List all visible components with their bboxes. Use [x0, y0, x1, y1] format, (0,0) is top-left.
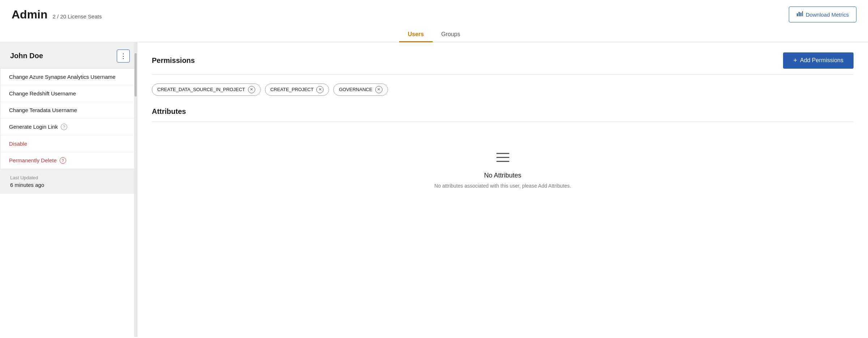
- last-updated-label: Last Updated: [10, 175, 127, 180]
- kebab-icon: ⋮: [120, 52, 127, 60]
- permissions-divider: [152, 74, 854, 75]
- permissions-section-header: Permissions + Add Permissions: [152, 52, 854, 69]
- sidebar-header: John Doe ⋮: [0, 42, 137, 68]
- bar-chart-icon: [796, 10, 803, 18]
- menu-item-disable[interactable]: Disable: [0, 136, 137, 152]
- content-area: Permissions + Add Permissions CREATE_DAT…: [137, 42, 868, 337]
- menu-item-generate-login[interactable]: Generate Login Link ?: [0, 119, 137, 136]
- header-left: Admin 2 / 20 License Seats: [12, 8, 102, 21]
- tab-users[interactable]: Users: [399, 27, 432, 42]
- help-icon: ?: [61, 124, 67, 130]
- kebab-menu-button[interactable]: ⋮: [117, 50, 130, 63]
- attributes-divider: [152, 121, 854, 122]
- menu-item-change-redshift[interactable]: Change Redshift Username: [0, 85, 137, 102]
- main-content: John Doe ⋮ Change Azure Synapse Analytic…: [0, 42, 868, 337]
- attributes-title: Attributes: [152, 107, 186, 116]
- menu-item-change-teradata[interactable]: Change Teradata Username: [0, 102, 137, 119]
- svg-rect-5: [496, 157, 509, 158]
- download-metrics-label: Download Metrics: [806, 12, 849, 18]
- permission-chip-1: CREATE_PROJECT ✕: [265, 84, 329, 96]
- menu-item-permanently-delete[interactable]: Permanently Delete ?: [0, 152, 137, 169]
- sidebar-footer: Last Updated 6 minutes ago: [0, 169, 137, 194]
- permission-chip-0: CREATE_DATA_SOURCE_IN_PROJECT ✕: [152, 84, 261, 96]
- attributes-section-header: Attributes: [152, 107, 854, 116]
- permission-chip-2: GOVERNANCE ✕: [333, 84, 388, 96]
- license-seats: 2 / 20 License Seats: [53, 13, 102, 20]
- add-permissions-button[interactable]: + Add Permissions: [783, 52, 854, 69]
- svg-rect-3: [802, 11, 803, 16]
- tabs-container: Users Groups: [0, 27, 868, 42]
- help-circle-icon: ?: [60, 157, 66, 164]
- svg-rect-0: [797, 13, 798, 16]
- download-metrics-button[interactable]: Download Metrics: [789, 7, 856, 22]
- add-permissions-label: Add Permissions: [800, 57, 843, 64]
- page-title: Admin: [12, 8, 48, 21]
- menu-item-change-azure[interactable]: Change Azure Synapse Analytics Username: [0, 69, 137, 85]
- svg-rect-1: [799, 12, 800, 16]
- no-attributes-desc: No attributes associated with this user,…: [434, 183, 571, 189]
- chip-label-0: CREATE_DATA_SOURCE_IN_PROJECT: [157, 87, 245, 92]
- chip-close-1[interactable]: ✕: [316, 86, 324, 93]
- plus-icon: +: [793, 57, 797, 64]
- chip-label-2: GOVERNANCE: [339, 87, 372, 92]
- attributes-section: Attributes No Attributes No attributes a…: [152, 107, 854, 200]
- tab-groups[interactable]: Groups: [433, 27, 469, 42]
- chip-close-0[interactable]: ✕: [248, 86, 255, 93]
- scrollbar[interactable]: [134, 42, 137, 337]
- dropdown-menu: Change Azure Synapse Analytics Username …: [0, 68, 137, 169]
- page-header: Admin 2 / 20 License Seats Download Metr…: [0, 0, 868, 22]
- no-attributes-title: No Attributes: [484, 172, 521, 179]
- chip-label-1: CREATE_PROJECT: [270, 87, 314, 92]
- sidebar: John Doe ⋮ Change Azure Synapse Analytic…: [0, 42, 137, 337]
- permissions-title: Permissions: [152, 56, 195, 65]
- scrollbar-thumb: [134, 53, 137, 97]
- permissions-chips: CREATE_DATA_SOURCE_IN_PROJECT ✕ CREATE_P…: [152, 84, 854, 96]
- list-icon: [496, 152, 509, 166]
- svg-rect-4: [496, 153, 509, 154]
- last-updated-value: 6 minutes ago: [10, 182, 127, 188]
- chip-close-2[interactable]: ✕: [375, 86, 382, 93]
- svg-rect-2: [800, 13, 801, 16]
- sidebar-username: John Doe: [10, 52, 43, 60]
- attributes-empty-state: No Attributes No attributes associated w…: [152, 131, 854, 200]
- svg-rect-6: [496, 161, 509, 162]
